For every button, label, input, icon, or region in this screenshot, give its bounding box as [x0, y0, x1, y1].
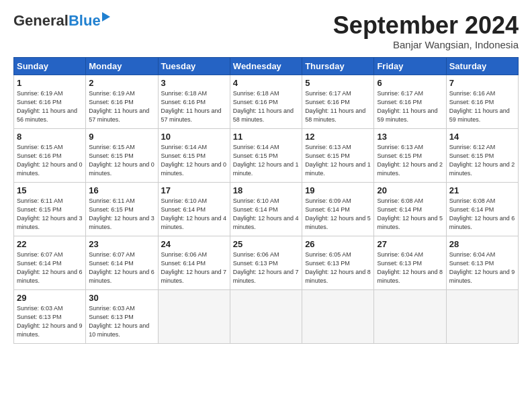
day-info: Sunrise: 6:05 AMSunset: 6:13 PMDaylight:…	[305, 250, 371, 285]
day-info: Sunrise: 6:04 AMSunset: 6:13 PMDaylight:…	[377, 250, 443, 285]
day-info: Sunrise: 6:13 AMSunset: 6:15 PMDaylight:…	[305, 143, 371, 178]
calendar-cell: 22Sunrise: 6:07 AMSunset: 6:14 PMDayligh…	[14, 236, 86, 289]
day-info: Sunrise: 6:14 AMSunset: 6:15 PMDaylight:…	[161, 143, 227, 178]
calendar-cell: 28Sunrise: 6:04 AMSunset: 6:13 PMDayligh…	[446, 236, 518, 289]
day-number: 29	[17, 293, 83, 303]
day-info: Sunrise: 6:08 AMSunset: 6:14 PMDaylight:…	[449, 197, 515, 232]
day-number: 25	[233, 239, 299, 249]
day-number: 4	[233, 78, 299, 88]
day-number: 18	[233, 185, 299, 195]
calendar-cell: 18Sunrise: 6:10 AMSunset: 6:14 PMDayligh…	[230, 182, 302, 236]
logo-text: GeneralBlue	[13, 12, 110, 29]
location-subtitle: Banjar Wangsian, Indonesia	[333, 39, 519, 50]
calendar-cell: 21Sunrise: 6:08 AMSunset: 6:14 PMDayligh…	[446, 182, 518, 236]
day-number: 19	[305, 185, 371, 195]
day-info: Sunrise: 6:04 AMSunset: 6:13 PMDaylight:…	[449, 250, 515, 285]
calendar-cell: 6Sunrise: 6:17 AMSunset: 6:16 PMDaylight…	[374, 75, 446, 128]
day-number: 27	[377, 239, 443, 249]
day-number: 13	[377, 132, 443, 142]
calendar-cell	[302, 289, 374, 343]
calendar-cell: 17Sunrise: 6:10 AMSunset: 6:14 PMDayligh…	[158, 182, 230, 236]
day-number: 24	[161, 239, 227, 249]
calendar-cell: 13Sunrise: 6:13 AMSunset: 6:15 PMDayligh…	[374, 128, 446, 182]
calendar-cell: 30Sunrise: 6:03 AMSunset: 6:13 PMDayligh…	[86, 289, 158, 343]
day-number: 8	[17, 132, 83, 142]
day-number: 14	[449, 132, 515, 142]
calendar-row: 29Sunrise: 6:03 AMSunset: 6:13 PMDayligh…	[14, 289, 519, 343]
logo: GeneralBlue	[13, 12, 110, 30]
day-info: Sunrise: 6:17 AMSunset: 6:16 PMDaylight:…	[377, 89, 443, 124]
col-saturday: Saturday	[446, 57, 518, 75]
day-info: Sunrise: 6:14 AMSunset: 6:15 PMDaylight:…	[233, 143, 299, 178]
day-info: Sunrise: 6:08 AMSunset: 6:14 PMDaylight:…	[377, 197, 443, 232]
calendar-cell: 25Sunrise: 6:06 AMSunset: 6:13 PMDayligh…	[230, 236, 302, 289]
calendar-cell: 29Sunrise: 6:03 AMSunset: 6:13 PMDayligh…	[14, 289, 86, 343]
month-title: September 2024	[333, 12, 519, 39]
col-friday: Friday	[374, 57, 446, 75]
day-info: Sunrise: 6:03 AMSunset: 6:13 PMDaylight:…	[17, 304, 83, 339]
calendar-cell: 27Sunrise: 6:04 AMSunset: 6:13 PMDayligh…	[374, 236, 446, 289]
day-number: 10	[161, 132, 227, 142]
calendar-cell: 26Sunrise: 6:05 AMSunset: 6:13 PMDayligh…	[302, 236, 374, 289]
calendar-cell: 5Sunrise: 6:17 AMSunset: 6:16 PMDaylight…	[302, 75, 374, 128]
day-number: 23	[89, 239, 154, 249]
col-monday: Monday	[86, 57, 158, 75]
calendar-cell: 19Sunrise: 6:09 AMSunset: 6:14 PMDayligh…	[302, 182, 374, 236]
col-wednesday: Wednesday	[230, 57, 302, 75]
calendar-cell	[446, 289, 518, 343]
day-number: 20	[377, 185, 443, 195]
day-info: Sunrise: 6:19 AMSunset: 6:16 PMDaylight:…	[17, 89, 83, 124]
day-info: Sunrise: 6:16 AMSunset: 6:16 PMDaylight:…	[449, 89, 515, 124]
day-number: 30	[89, 293, 154, 303]
calendar-cell: 12Sunrise: 6:13 AMSunset: 6:15 PMDayligh…	[302, 128, 374, 182]
header: GeneralBlue September 2024 Banjar Wangsi…	[13, 12, 519, 50]
calendar-cell: 20Sunrise: 6:08 AMSunset: 6:14 PMDayligh…	[374, 182, 446, 236]
day-number: 3	[161, 78, 227, 88]
calendar-cell: 14Sunrise: 6:12 AMSunset: 6:15 PMDayligh…	[446, 128, 518, 182]
page: GeneralBlue September 2024 Banjar Wangsi…	[0, 0, 532, 411]
day-info: Sunrise: 6:12 AMSunset: 6:15 PMDaylight:…	[449, 143, 515, 178]
calendar-row: 22Sunrise: 6:07 AMSunset: 6:14 PMDayligh…	[14, 236, 519, 289]
day-number: 22	[17, 239, 83, 249]
calendar-cell: 7Sunrise: 6:16 AMSunset: 6:16 PMDaylight…	[446, 75, 518, 128]
logo-arrow-icon	[102, 12, 110, 21]
day-info: Sunrise: 6:15 AMSunset: 6:16 PMDaylight:…	[17, 143, 83, 178]
day-info: Sunrise: 6:19 AMSunset: 6:16 PMDaylight:…	[89, 89, 154, 124]
calendar-cell: 3Sunrise: 6:18 AMSunset: 6:16 PMDaylight…	[158, 75, 230, 128]
day-number: 6	[377, 78, 443, 88]
day-number: 2	[89, 78, 154, 88]
calendar-cell: 11Sunrise: 6:14 AMSunset: 6:15 PMDayligh…	[230, 128, 302, 182]
calendar-table: Sunday Monday Tuesday Wednesday Thursday…	[13, 57, 519, 344]
day-number: 16	[89, 185, 154, 195]
day-number: 28	[449, 239, 515, 249]
day-number: 17	[161, 185, 227, 195]
calendar-cell: 4Sunrise: 6:18 AMSunset: 6:16 PMDaylight…	[230, 75, 302, 128]
day-number: 5	[305, 78, 371, 88]
day-number: 26	[305, 239, 371, 249]
day-number: 9	[89, 132, 154, 142]
day-info: Sunrise: 6:06 AMSunset: 6:14 PMDaylight:…	[161, 250, 227, 285]
day-number: 7	[449, 78, 515, 88]
day-number: 12	[305, 132, 371, 142]
calendar-cell: 15Sunrise: 6:11 AMSunset: 6:15 PMDayligh…	[14, 182, 86, 236]
day-info: Sunrise: 6:15 AMSunset: 6:15 PMDaylight:…	[89, 143, 154, 178]
day-info: Sunrise: 6:17 AMSunset: 6:16 PMDaylight:…	[305, 89, 371, 124]
col-thursday: Thursday	[302, 57, 374, 75]
day-number: 1	[17, 78, 83, 88]
calendar-cell	[230, 289, 302, 343]
calendar-row: 8Sunrise: 6:15 AMSunset: 6:16 PMDaylight…	[14, 128, 519, 182]
calendar-header-row: Sunday Monday Tuesday Wednesday Thursday…	[14, 57, 519, 75]
day-info: Sunrise: 6:09 AMSunset: 6:14 PMDaylight:…	[305, 197, 371, 232]
day-info: Sunrise: 6:06 AMSunset: 6:13 PMDaylight:…	[233, 250, 299, 285]
day-info: Sunrise: 6:13 AMSunset: 6:15 PMDaylight:…	[377, 143, 443, 178]
day-info: Sunrise: 6:03 AMSunset: 6:13 PMDaylight:…	[89, 304, 154, 339]
day-info: Sunrise: 6:18 AMSunset: 6:16 PMDaylight:…	[233, 89, 299, 124]
calendar-cell: 23Sunrise: 6:07 AMSunset: 6:14 PMDayligh…	[86, 236, 158, 289]
calendar-cell: 2Sunrise: 6:19 AMSunset: 6:16 PMDaylight…	[86, 75, 158, 128]
calendar-cell: 9Sunrise: 6:15 AMSunset: 6:15 PMDaylight…	[86, 128, 158, 182]
calendar-cell: 10Sunrise: 6:14 AMSunset: 6:15 PMDayligh…	[158, 128, 230, 182]
col-tuesday: Tuesday	[158, 57, 230, 75]
calendar-cell	[374, 289, 446, 343]
day-info: Sunrise: 6:07 AMSunset: 6:14 PMDaylight:…	[89, 250, 154, 285]
calendar-cell	[158, 289, 230, 343]
